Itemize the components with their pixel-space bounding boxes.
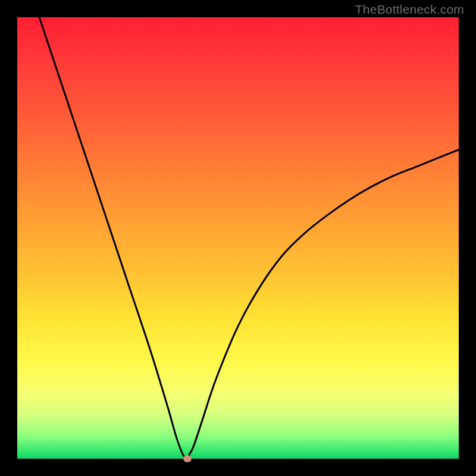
optimal-point-marker [183, 455, 192, 462]
watermark-text: TheBottleneck.com [355, 2, 464, 17]
chart-frame: TheBottleneck.com [0, 0, 476, 476]
bottleneck-curve [17, 17, 459, 459]
plot-area [17, 17, 459, 459]
